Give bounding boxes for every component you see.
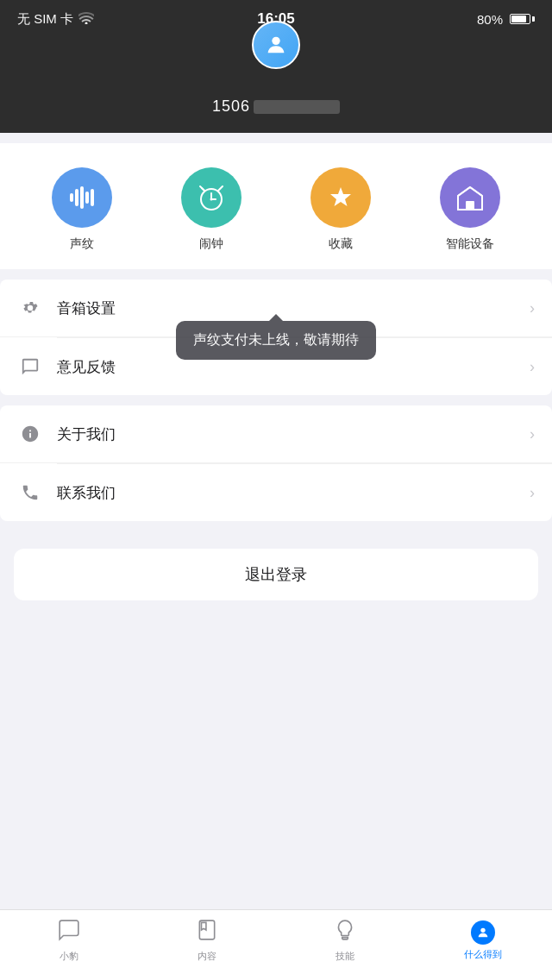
user-phone: 1506	[212, 97, 340, 116]
logout-section: 退出登录	[0, 531, 552, 618]
svg-point-6	[480, 928, 485, 933]
alarm-label: 闹钟	[199, 236, 223, 252]
chat-icon	[58, 919, 80, 946]
feedback-arrow: ›	[530, 358, 535, 376]
tab-xiaobao[interactable]: 小豹	[0, 919, 138, 963]
tab-skills-label: 技能	[336, 950, 354, 963]
speaker-settings-item[interactable]: 音箱设置 ›	[0, 280, 552, 337]
favorites-item[interactable]: 收藏	[310, 167, 371, 252]
profile-avatar	[471, 920, 495, 945]
voiceprint-label: 声纹	[70, 236, 94, 252]
voiceprint-icon	[52, 167, 112, 228]
avatar	[252, 21, 300, 69]
menu-section-2: 关于我们 › 联系我们 ›	[0, 405, 552, 521]
favorites-label: 收藏	[329, 236, 353, 252]
about-us-arrow: ›	[530, 425, 535, 443]
svg-point-4	[210, 198, 213, 201]
book-icon	[196, 919, 218, 946]
battery-icon	[510, 14, 535, 24]
alarm-item[interactable]: 闹钟	[181, 167, 242, 252]
about-us-label: 关于我们	[57, 424, 530, 444]
info-icon	[17, 421, 43, 447]
tab-profile[interactable]: 什么得到	[414, 920, 552, 961]
contact-us-label: 联系我们	[57, 483, 530, 503]
speaker-settings-label: 音箱设置	[57, 298, 530, 318]
tab-bar: 小豹 内容 技能 什么得到	[0, 909, 552, 980]
contact-us-item[interactable]: 联系我们 ›	[0, 464, 552, 521]
icon-grid: 声纹 闹钟	[0, 143, 552, 269]
smart-device-label: 智能设备	[446, 236, 494, 252]
menu-section-1: 声纹支付未上线，敬请期待 音箱设置 › 意见反馈 ›	[0, 280, 552, 395]
bulb-icon	[334, 919, 356, 946]
tab-profile-label: 什么得到	[464, 948, 502, 961]
contact-us-arrow: ›	[530, 484, 535, 502]
tab-xiaobao-label: 小豹	[60, 950, 78, 963]
tab-skills[interactable]: 技能	[276, 919, 414, 963]
feedback-item[interactable]: 意见反馈 ›	[0, 338, 552, 395]
about-us-item[interactable]: 关于我们 ›	[0, 405, 552, 463]
gear-icon	[17, 295, 43, 321]
smart-device-icon	[440, 167, 500, 228]
voiceprint-item[interactable]: 声纹	[52, 167, 112, 252]
carrier-label: 无 SIM 卡	[17, 11, 73, 28]
wifi-icon	[78, 12, 94, 27]
smart-device-item[interactable]: 智能设备	[440, 167, 500, 252]
alarm-icon	[181, 167, 242, 228]
logout-button[interactable]: 退出登录	[14, 549, 538, 600]
svg-rect-5	[466, 201, 474, 210]
tab-content-label: 内容	[198, 950, 216, 963]
header: 1506	[0, 38, 552, 133]
status-right: 80%	[477, 12, 535, 27]
tab-content[interactable]: 内容	[138, 919, 276, 963]
feedback-label: 意见反馈	[57, 357, 530, 377]
status-left: 无 SIM 卡	[17, 11, 94, 28]
favorites-icon	[310, 167, 371, 228]
comment-icon	[17, 354, 43, 380]
battery-percent: 80%	[477, 12, 503, 27]
speaker-settings-arrow: ›	[530, 299, 535, 317]
svg-point-0	[272, 37, 279, 45]
phone-icon	[17, 480, 43, 506]
